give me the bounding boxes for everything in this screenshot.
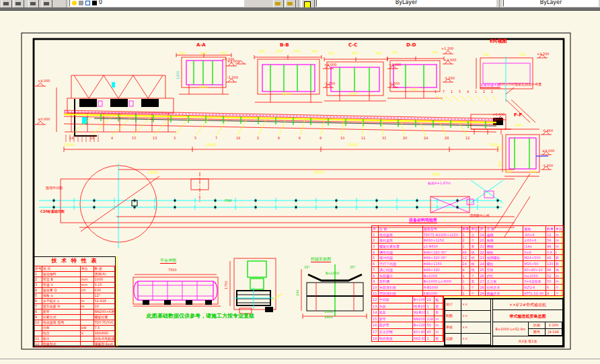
table-cell: 个 bbox=[470, 285, 479, 291]
table-cell: 3 bbox=[34, 283, 42, 288]
table-cell: KLT2-Ⅱ bbox=[523, 285, 546, 291]
table-cell: 9 bbox=[34, 315, 42, 320]
table-cell: 23 bbox=[479, 255, 486, 261]
table-cell: 螺栓 bbox=[486, 261, 523, 267]
table-cell: 8 bbox=[372, 273, 379, 279]
dim-label: 1600 bbox=[324, 316, 333, 319]
tail-detail-ref: 见尾部放大图 bbox=[480, 83, 500, 88]
table-cell: 6 bbox=[546, 285, 555, 291]
table-cell: 50 bbox=[426, 322, 435, 329]
elev-mark: -1.300 bbox=[542, 164, 553, 168]
table-cell: 组 bbox=[470, 267, 479, 273]
table-cell: 4 bbox=[34, 288, 42, 293]
table-cell: m bbox=[555, 244, 564, 250]
dim-label: 15000 bbox=[148, 171, 159, 174]
table-cell: 24 bbox=[462, 261, 471, 267]
dim-row-dd: 700700 bbox=[391, 50, 439, 54]
table-cell: LS-Φ630 bbox=[423, 244, 462, 250]
table-cell: 防护罩 bbox=[379, 322, 413, 329]
balloon-label: 9 bbox=[320, 137, 322, 140]
table-cell: 隔爆型 ExdⅠ bbox=[94, 342, 115, 347]
table-cell: 24 bbox=[479, 261, 486, 267]
table-cell: m bbox=[81, 299, 94, 304]
table-cell: TDY-75/YVC bbox=[94, 320, 115, 326]
dim-label: 1400 bbox=[199, 85, 208, 89]
table-cell: KPT1-12-30 bbox=[523, 291, 546, 297]
dim-label: 160 bbox=[505, 170, 512, 174]
plan-note: C20砼基础详图 bbox=[40, 210, 65, 213]
table-cell: K-B1000 bbox=[423, 291, 462, 297]
table-cell: 螺旋拉紧 bbox=[94, 315, 115, 320]
table-cell: 套 bbox=[555, 255, 564, 261]
e-view-note: 500×500预留孔洞居中布置 bbox=[499, 83, 541, 86]
detail-title: 平台详图 bbox=[160, 258, 176, 264]
table-cell: 输送量 Q bbox=[42, 288, 81, 293]
table-cell: 头部清扫器 bbox=[379, 285, 423, 291]
table-cell: 拉紧方式 bbox=[42, 315, 81, 320]
balloon-label: 4 bbox=[111, 137, 113, 140]
elev-mark: +1.200 bbox=[441, 47, 454, 50]
balloon-label: 24 bbox=[424, 137, 428, 140]
dim-label: 600 bbox=[515, 124, 522, 127]
table-cell: δ=4花纹板 bbox=[523, 279, 546, 285]
table-cell: 垫铁 bbox=[486, 267, 523, 273]
centerline-mark: FSM bbox=[225, 199, 231, 203]
table-cell bbox=[81, 310, 94, 315]
table-cell: 块 bbox=[555, 267, 564, 273]
table-cell: 19 bbox=[479, 232, 486, 238]
table-cell: 22 bbox=[479, 250, 486, 256]
table-cell: V bbox=[81, 331, 94, 336]
table-cell: B=1000 L=3000 bbox=[423, 279, 462, 285]
table-cell: 组 bbox=[470, 255, 479, 261]
table-cell: 项 目 bbox=[42, 266, 81, 272]
table-cell: 1 bbox=[426, 336, 435, 342]
section-label-dd: D-D bbox=[406, 43, 416, 48]
table-cell: H=1050 bbox=[523, 273, 546, 279]
table-cell: 1 bbox=[426, 303, 435, 310]
dim-label: 700 bbox=[432, 50, 439, 54]
project-name: ××矿2#带式输送机 bbox=[493, 299, 562, 310]
drawing-no-label: 图号 bbox=[529, 329, 546, 336]
table-cell: t bbox=[555, 250, 564, 256]
table-cell: Φ89×1150 bbox=[423, 261, 462, 267]
balloon-label: 12 bbox=[465, 137, 470, 140]
table-cell: 0.6 bbox=[546, 250, 555, 256]
table-cell: 跑偏开关 bbox=[486, 291, 523, 297]
plan-note: 预埋件详图 bbox=[46, 186, 63, 190]
table-cell: 16 bbox=[372, 322, 379, 329]
balloon-label: 3 bbox=[174, 137, 176, 140]
section-label-e: E向视图 bbox=[490, 39, 507, 44]
table-cell: 胶带 bbox=[379, 316, 413, 323]
table-cell: 29 bbox=[479, 291, 486, 297]
table-cell: 规格 bbox=[523, 226, 546, 232]
scale-value: 1:100 bbox=[546, 322, 562, 329]
tech-table-title: 技 术 特 性 表 bbox=[34, 257, 115, 266]
table-cell: 380/660 bbox=[94, 331, 115, 336]
table-cell: 榀 bbox=[435, 297, 443, 303]
elev-mark: +0.200 bbox=[222, 58, 235, 61]
table-cell: m bbox=[435, 316, 443, 323]
table-cell: 10 bbox=[372, 285, 379, 291]
dim-label: 300 bbox=[259, 49, 266, 53]
table-cell: 52 bbox=[546, 273, 555, 279]
table-cell: 单位 bbox=[555, 226, 564, 232]
table-cell: B=1200 bbox=[413, 322, 426, 329]
table-cell: 槽钢 bbox=[486, 244, 523, 250]
table-cell: 带速 V bbox=[42, 283, 81, 288]
table-cell: 15 bbox=[372, 316, 379, 323]
table-cell: Φ630×1150 bbox=[423, 238, 462, 244]
balloon-label: 2 bbox=[257, 137, 259, 140]
table-cell: 18 bbox=[372, 336, 379, 342]
dim-label: 240 bbox=[296, 289, 299, 296]
table-cell: 48 bbox=[546, 255, 555, 261]
table-cell: 套 bbox=[435, 303, 443, 310]
table-cell: 扁钢 bbox=[486, 232, 523, 238]
table-cell: 27 bbox=[479, 279, 486, 285]
table-cell: 22 bbox=[426, 297, 435, 303]
table-cell: 数 值 bbox=[94, 266, 115, 272]
table-cell: 1 bbox=[462, 291, 471, 297]
table-cell: 带宽 B bbox=[42, 277, 81, 283]
balloon-label: 7 bbox=[215, 137, 217, 140]
table-cell: 空段清扫器 bbox=[379, 291, 423, 297]
table-cell: 制图 bbox=[445, 311, 461, 322]
